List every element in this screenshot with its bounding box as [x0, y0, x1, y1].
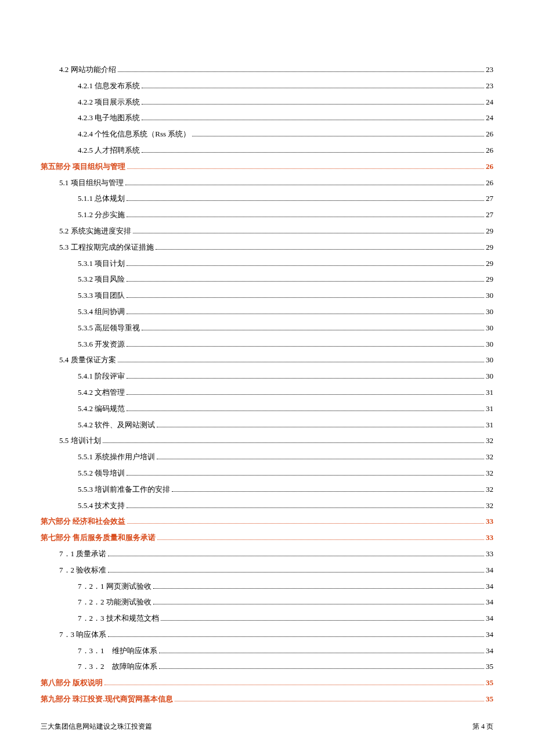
toc-entry[interactable]: 4.2.4 个性化信息系统（Rss 系统）26 [41, 128, 493, 141]
toc-entry[interactable]: 5.4 质量保证方案30 [41, 354, 493, 366]
toc-leader-dots [142, 115, 484, 120]
toc-entry[interactable]: 5.3.3 项目团队30 [41, 290, 493, 302]
toc-entry[interactable]: 4.2 网站功能介绍23 [41, 64, 493, 76]
toc-entry[interactable]: 5.4.1 阶段评审30 [41, 370, 493, 383]
toc-label: 7．1 质量承诺 [59, 548, 106, 560]
toc-page-number: 33 [486, 516, 493, 528]
toc-entry[interactable]: 第七部分 售后服务质量和服务承诺33 [41, 532, 493, 544]
toc-label: 5.1 项目组织与管理 [59, 177, 124, 189]
toc-leader-dots [142, 325, 484, 330]
toc-entry[interactable]: 5.5.2 领导培训32 [41, 467, 493, 480]
toc-page-number: 32 [486, 467, 493, 480]
toc-leader-dots [103, 438, 485, 443]
toc-label: 5.5.3 培训前准备工作的安排 [78, 484, 170, 496]
toc-leader-dots [157, 422, 484, 427]
toc-entry[interactable]: 4.2.3 电子地图系统24 [41, 112, 493, 124]
toc-page-number: 27 [486, 193, 493, 205]
toc-entry[interactable]: 5.1.2 分步实施27 [41, 209, 493, 221]
toc-page-number: 32 [486, 484, 493, 496]
toc-leader-dots [127, 212, 484, 217]
toc-entry[interactable]: 5.1 项目组织与管理26 [41, 177, 493, 189]
toc-page-number: 32 [486, 435, 493, 447]
toc-label: 5.3.3 项目团队 [78, 290, 125, 302]
footer-right: 第 4 页 [472, 722, 493, 732]
toc-page-number: 23 [486, 64, 493, 76]
toc-page-number: 30 [486, 339, 493, 351]
toc-entry[interactable]: 7．1 质量承诺33 [41, 548, 493, 560]
toc-entry[interactable]: 5.3.6 开发资源30 [41, 339, 493, 351]
toc-page-number: 34 [486, 613, 493, 625]
toc-leader-dots [159, 648, 485, 653]
toc-label: 4.2.1 信息发布系统 [78, 80, 140, 92]
toc-page-number: 34 [486, 581, 493, 593]
toc-entry[interactable]: 5.5.3 培训前准备工作的安排32 [41, 484, 493, 496]
toc-entry[interactable]: 5.5.4 技术支持32 [41, 500, 493, 512]
toc-entry[interactable]: 第六部分 经济和社会效益33 [41, 516, 493, 528]
toc-label: 4.2.4 个性化信息系统（Rss 系统） [78, 128, 190, 141]
toc-page-number: 29 [486, 242, 493, 254]
toc-leader-dots [172, 487, 484, 492]
toc-leader-dots [127, 196, 484, 201]
toc-leader-dots [118, 357, 485, 362]
toc-entry[interactable]: 4.2.1 信息发布系统23 [41, 80, 493, 92]
toc-page-number: 30 [486, 322, 493, 334]
toc-leader-dots [133, 228, 485, 233]
toc-label: 第九部分 珠江投资.现代商贸网基本信息 [41, 693, 173, 705]
toc-entry[interactable]: 4.2.2 项目展示系统24 [41, 96, 493, 109]
toc-label: 5.3.6 开发资源 [78, 339, 125, 351]
toc-leader-dots [159, 664, 485, 669]
toc-entry[interactable]: 5.3 工程按期完成的保证措施29 [41, 242, 493, 254]
toc-entry[interactable]: 第八部分 版权说明35 [41, 677, 493, 689]
toc-entry[interactable]: 第五部分 项目组织与管理26 [41, 161, 493, 173]
toc-page-number: 29 [486, 225, 493, 237]
toc-entry[interactable]: 5.3.1 项目计划29 [41, 258, 493, 270]
toc-entry[interactable]: 5.1.1 总体规划27 [41, 193, 493, 205]
toc-leader-dots [127, 341, 484, 346]
toc-page-number: 26 [486, 128, 493, 141]
toc-entry[interactable]: 第九部分 珠江投资.现代商贸网基本信息35 [41, 693, 493, 705]
toc-label: 5.4.2 文档管理 [78, 387, 125, 399]
toc-page-number: 35 [486, 661, 493, 673]
toc-entry[interactable]: 7．3．2 故障响应体系35 [41, 661, 493, 673]
toc-leader-dots [157, 535, 484, 540]
toc-page-number: 34 [486, 596, 493, 609]
toc-leader-dots [108, 567, 484, 573]
toc-leader-dots [108, 551, 484, 556]
toc-entry[interactable]: 5.3.2 项目风险29 [41, 273, 493, 286]
toc-label: 7．3 响应体系 [59, 629, 106, 641]
toc-page-number: 34 [486, 564, 493, 577]
toc-page-number: 30 [486, 306, 493, 318]
toc-entry[interactable]: 7．3 响应体系34 [41, 629, 493, 641]
toc-entry[interactable]: 5.5.1 系统操作用户培训32 [41, 451, 493, 463]
toc-entry[interactable]: 5.2 系统实施进度安排29 [41, 225, 493, 237]
toc-page-number: 30 [486, 354, 493, 366]
toc-entry[interactable]: 7．2．3 技术和规范文档34 [41, 613, 493, 625]
toc-page-number: 35 [486, 677, 493, 689]
toc-entry[interactable]: 7．3．1 维护响应体系34 [41, 645, 493, 657]
toc-label: 7．2．3 技术和规范文档 [78, 613, 159, 625]
toc-entry[interactable]: 5.5 培训计划32 [41, 435, 493, 447]
toc-entry[interactable]: 5.3.5 高层领导重视30 [41, 322, 493, 334]
toc-leader-dots [192, 131, 484, 136]
toc-entry[interactable]: 5.4.2 文档管理31 [41, 387, 493, 399]
toc-entry[interactable]: 4.2.5 人才招聘系统26 [41, 145, 493, 157]
toc-page-number: 26 [486, 161, 493, 173]
toc-label: 7．2 验收标准 [59, 564, 106, 577]
page-footer: 三大集团信息网站建设之珠江投资篇 第 4 页 [41, 722, 493, 732]
toc-leader-dots [142, 99, 484, 105]
table-of-contents: 4.2 网站功能介绍234.2.1 信息发布系统234.2.2 项目展示系统24… [41, 64, 493, 705]
toc-entry[interactable]: 7．2 验收标准34 [41, 564, 493, 577]
toc-label: 4.2 网站功能介绍 [59, 64, 116, 76]
toc-page-number: 26 [486, 145, 493, 157]
toc-entry[interactable]: 7．2．1 网页测试验收34 [41, 581, 493, 593]
toc-entry[interactable]: 7．2．2 功能测试验收34 [41, 596, 493, 609]
toc-entry[interactable]: 5.4.2 软件、及网站测试31 [41, 419, 493, 431]
toc-page-number: 33 [486, 532, 493, 544]
toc-page-number: 26 [486, 177, 493, 189]
toc-entry[interactable]: 5.3.4 组间协调30 [41, 306, 493, 318]
toc-page-number: 31 [486, 387, 493, 399]
toc-leader-dots [127, 309, 484, 314]
toc-label: 5.1.1 总体规划 [78, 193, 125, 205]
toc-entry[interactable]: 5.4.2 编码规范31 [41, 403, 493, 415]
toc-label: 5.5.1 系统操作用户培训 [78, 451, 155, 463]
